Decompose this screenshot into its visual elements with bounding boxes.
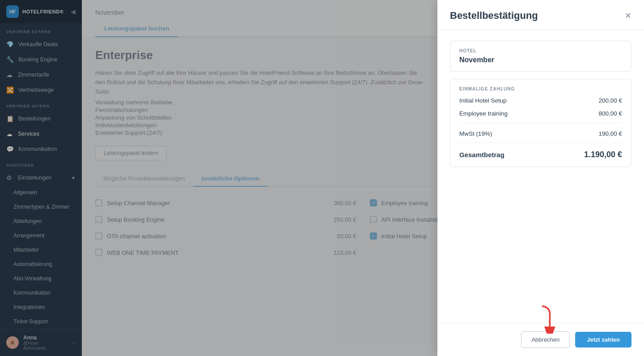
payment-item-name: Initial Hotel Setup: [459, 97, 507, 104]
payment-item-amount: 800,00 €: [598, 110, 622, 117]
modal-header: Bestellbestätigung ✕: [437, 0, 644, 30]
hotel-section-label: HOTEL: [459, 48, 622, 53]
mwst-row: MwSt (19%) 190,00 €: [459, 126, 622, 140]
payment-section-label: EINMALIGE ZAHLUNG: [459, 86, 622, 91]
modal-divider-2: [459, 142, 622, 143]
modal-hotel-section: HOTEL November: [450, 41, 631, 72]
total-label: Gesamtbetrag: [459, 151, 504, 159]
payment-row-2: Employee training 800,00 €: [459, 107, 622, 120]
cancel-button[interactable]: Abbrechen: [521, 331, 570, 348]
payment-item-name: Employee training: [459, 110, 508, 117]
pay-button[interactable]: Jetzt zahlen: [575, 332, 631, 347]
total-amount: 1.190,00 €: [584, 150, 622, 159]
arrow-indicator: [534, 302, 557, 329]
mwst-label: MwSt (19%): [459, 130, 492, 137]
mwst-amount: 190,00 €: [598, 130, 622, 137]
modal-title: Bestellbestätigung: [450, 10, 538, 21]
modal-close-button[interactable]: ✕: [625, 12, 631, 20]
payment-row-1: Initial Hotel Setup 200,00 €: [459, 94, 622, 107]
modal-body: HOTEL November EINMALIGE ZAHLUNG Initial…: [437, 30, 644, 323]
total-row: Gesamtbetrag 1.190,00 €: [459, 146, 622, 159]
payment-item-amount: 200,00 €: [598, 97, 622, 104]
modal-payment-section: EINMALIGE ZAHLUNG Initial Hotel Setup 20…: [450, 79, 631, 167]
arrow-svg: [534, 302, 561, 334]
hotel-name: November: [459, 56, 622, 64]
modal-divider: [459, 123, 622, 123]
